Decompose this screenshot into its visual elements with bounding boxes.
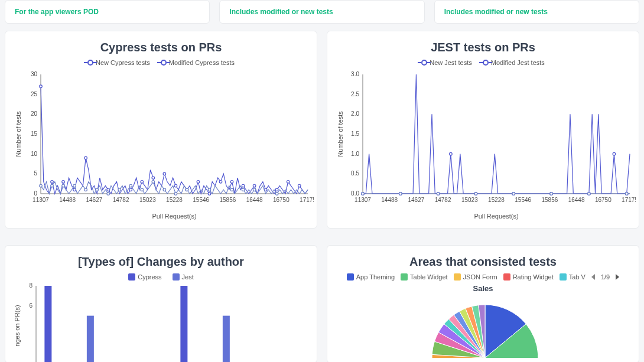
legend-pager-text: 1/9: [601, 273, 610, 281]
legend-swatch-icon: [401, 273, 408, 281]
svg-text:14488: 14488: [59, 197, 76, 203]
svg-point-102: [625, 193, 628, 195]
svg-text:0.0: 0.0: [351, 190, 359, 197]
svg-point-51: [118, 188, 121, 191]
svg-point-30: [152, 177, 155, 180]
stat-caption: Includes modified or new tests: [229, 8, 333, 16]
svg-text:15856: 15856: [219, 197, 236, 203]
svg-point-88: [450, 152, 453, 155]
svg-point-57: [186, 188, 188, 191]
legend-label: Cypress: [138, 273, 161, 281]
legend-item[interactable]: Modified Jest tests: [483, 59, 545, 66]
svg-point-96: [399, 193, 402, 195]
stat-cards-row: For the app viewers POD Includes modifie…: [0, 0, 644, 24]
legend-label: JSON Form: [463, 273, 497, 281]
svg-point-93: [613, 152, 616, 155]
chart-legend: App Theming Table Widget JSON Form Ratin…: [334, 273, 632, 281]
chart-legend: New Jest tests Modified Jest tests: [334, 59, 632, 66]
svg-rect-110: [223, 316, 230, 362]
legend-swatch-icon: [347, 273, 354, 281]
svg-point-36: [219, 181, 222, 184]
svg-rect-108: [180, 286, 187, 362]
legend-item[interactable]: Cypress: [128, 273, 161, 281]
pie-title: Sales: [334, 284, 632, 293]
svg-text:11307: 11307: [354, 197, 371, 203]
svg-point-24: [62, 181, 65, 184]
svg-point-47: [73, 184, 76, 187]
legend-item[interactable]: Rating Widget: [503, 273, 554, 281]
svg-text:15023: 15023: [139, 197, 156, 203]
svg-point-54: [152, 181, 155, 184]
legend-item[interactable]: Table Widget: [401, 273, 448, 281]
svg-point-99: [512, 193, 515, 195]
svg-point-48: [84, 188, 87, 191]
jest-chart-card: JEST tests on PRs New Jest tests Modifie…: [327, 31, 639, 229]
svg-point-32: [174, 184, 177, 187]
legend-label: App Theming: [356, 273, 395, 281]
svg-text:0: 0: [34, 190, 37, 197]
svg-text:14782: 14782: [435, 197, 451, 203]
cypress-chart[interactable]: 0510152025301130714488146271478215023152…: [12, 69, 314, 222]
legend-label: Jest: [182, 273, 194, 281]
areas-pie-chart[interactable]: [334, 293, 636, 358]
changes-chart-card: [Types of] Changes by author Cypress Jes…: [5, 245, 317, 362]
legend-swatch-icon: [503, 273, 510, 281]
svg-point-61: [253, 188, 256, 191]
legend-item[interactable]: Modified Cypress tests: [161, 59, 235, 66]
legend-label: New Jest tests: [430, 59, 472, 66]
svg-point-52: [129, 184, 132, 187]
legend-swatch-icon: [454, 273, 461, 281]
changes-chart[interactable]: 68nges on PR(s): [12, 283, 314, 362]
legend-swatch-icon: [128, 273, 135, 281]
legend-label: Modified Jest tests: [491, 59, 545, 66]
legend-item[interactable]: JSON Form: [454, 273, 497, 281]
stat-card: Includes modified or new tests: [434, 0, 639, 24]
stat-card: For the app viewers POD: [5, 0, 210, 24]
svg-text:Pull Request(s): Pull Request(s): [152, 213, 196, 220]
svg-point-49: [96, 188, 99, 191]
legend-item[interactable]: Jest: [173, 273, 194, 281]
svg-point-34: [197, 181, 200, 184]
svg-text:Number of tests: Number of tests: [15, 111, 22, 157]
svg-text:20: 20: [31, 110, 38, 117]
chevron-left-icon[interactable]: [591, 274, 595, 280]
svg-text:25: 25: [31, 91, 38, 97]
svg-text:8: 8: [29, 283, 32, 289]
svg-point-23: [51, 181, 54, 184]
svg-text:6: 6: [29, 302, 32, 309]
svg-text:14627: 14627: [408, 197, 424, 203]
legend-item[interactable]: App Theming: [347, 273, 395, 281]
svg-text:15: 15: [31, 131, 38, 137]
svg-text:3.0: 3.0: [351, 71, 359, 77]
svg-text:16448: 16448: [246, 197, 263, 203]
svg-point-22: [40, 85, 43, 88]
svg-point-28: [129, 188, 132, 191]
legend-item[interactable]: New Cypress tests: [87, 59, 150, 66]
svg-text:17175: 17175: [622, 197, 636, 203]
svg-point-50: [107, 193, 110, 195]
stat-caption: For the app viewers POD: [15, 8, 99, 16]
svg-point-56: [174, 193, 177, 195]
legend-swatch-icon: [560, 273, 567, 281]
svg-point-95: [362, 193, 365, 195]
svg-text:0.5: 0.5: [351, 170, 359, 177]
svg-text:1.5: 1.5: [351, 131, 359, 137]
svg-point-62: [275, 193, 278, 195]
svg-point-26: [84, 156, 87, 159]
legend-label: Table Widget: [410, 273, 448, 281]
svg-point-59: [230, 188, 233, 191]
chevron-right-icon[interactable]: [616, 274, 619, 280]
svg-point-41: [275, 188, 278, 191]
svg-point-46: [62, 184, 65, 187]
svg-text:15546: 15546: [515, 197, 531, 203]
legend-item[interactable]: Tab V: [560, 273, 586, 281]
jest-chart[interactable]: 0.00.51.01.52.02.53.01130714488146271478…: [334, 69, 636, 222]
svg-text:15546: 15546: [193, 197, 209, 203]
legend-item[interactable]: New Jest tests: [421, 59, 472, 66]
svg-point-35: [208, 193, 211, 195]
legend-marker-icon: [161, 60, 167, 66]
svg-text:1.0: 1.0: [351, 151, 359, 157]
line-charts-row: Cypress tests on PRs New Cypress tests M…: [0, 24, 644, 229]
svg-point-42: [287, 181, 290, 184]
svg-text:15228: 15228: [488, 197, 505, 203]
